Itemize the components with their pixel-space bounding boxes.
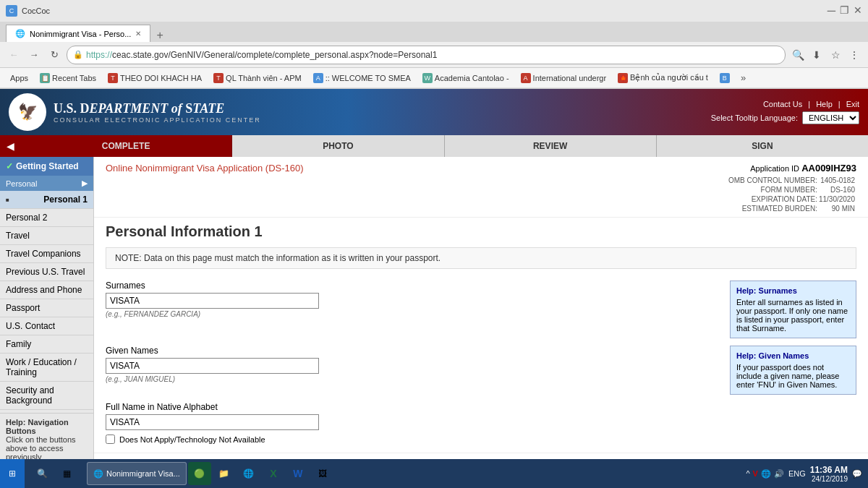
active-tab[interactable]: 🌐 Nonimmigrant Visa - Perso... ✕ <box>6 25 150 42</box>
tray-network[interactable]: 🌐 <box>761 469 771 479</box>
back-button[interactable]: ← <box>6 47 22 63</box>
bookmark-apps[interactable]: Apps <box>6 72 33 84</box>
reload-button[interactable]: ↻ <box>46 47 62 63</box>
menu-button[interactable]: ⋮ <box>846 47 862 63</box>
bookmarks-bar: Apps 📋 Recent Tabs T THEO DOI KHACH HA T… <box>0 68 868 88</box>
restore-button[interactable]: ❐ <box>840 4 849 17</box>
tab-sign[interactable]: SIGN <box>657 135 868 157</box>
sidebar-subsection-personal[interactable]: Personal ▶ <box>0 176 93 191</box>
taskbar-task-view-icon[interactable]: ▦ <box>55 462 78 485</box>
native-name-label: Full Name in Native Alphabet <box>106 402 856 412</box>
sidebar-security-label: Security and Background <box>6 385 88 406</box>
sidebar-personal-arrow: ▶ <box>82 179 88 188</box>
sidebar-item-security[interactable]: Security and Background <box>0 382 93 410</box>
bookmarks-more[interactable]: » <box>741 72 746 83</box>
title-bar: C CocCoc ─ ❐ ✕ <box>0 0 868 22</box>
window-controls[interactable]: ─ ❐ ✕ <box>827 4 862 17</box>
tab-photo[interactable]: PHOTO <box>232 135 444 157</box>
exp-row: EXPIRATION DATE: 11/30/2020 <box>728 195 855 203</box>
tab-review[interactable]: REVIEW <box>445 135 657 157</box>
bookmark-recent-tabs[interactable]: 📋 Recent Tabs <box>35 72 101 85</box>
taskbar-app-browser[interactable]: 🌐 Nonimmigrant Visa... <box>87 462 187 485</box>
burden-label: ESTIMATED BURDEN: <box>728 205 817 213</box>
taskbar-icon-green[interactable]: 🟢 <box>188 462 211 485</box>
gov-header-container: 🦅 U.S. DEPARTMENT of STATE CONSULAR ELEC… <box>0 89 868 135</box>
notification-icon[interactable]: 💬 <box>852 469 862 479</box>
help-surnames-box: Help: Surnames Enter all surnames as lis… <box>730 281 856 338</box>
sidebar-item-address[interactable]: Address and Phone <box>0 281 93 299</box>
contact-links: Contact Us | Help | Exit <box>763 100 859 108</box>
search-button[interactable]: 🔍 <box>790 47 806 63</box>
bookmark-benh[interactable]: B <box>715 72 736 85</box>
sidebar-item-prev-us-travel[interactable]: Previous U.S. Travel <box>0 263 93 281</box>
address-bar[interactable]: 🔒 https://ceac.state.gov/GenNIV/General/… <box>67 46 786 64</box>
tab-complete[interactable]: COMPLETE <box>20 135 232 157</box>
sidebar-item-work-education[interactable]: Work / Education / Training <box>0 354 93 382</box>
sys-tray: ^ V 🌐 🔊 <box>746 469 784 479</box>
start-icon: ⊞ <box>9 468 16 479</box>
taskbar-search-icon[interactable]: 🔍 <box>30 462 54 485</box>
benh-icon: B <box>720 73 730 83</box>
academia-icon: A <box>521 73 531 83</box>
minimize-button[interactable]: ─ <box>827 4 835 17</box>
bookmark-theo-doi-1[interactable]: T THEO DOI KHACH HA <box>103 72 206 85</box>
gov-header: 🦅 U.S. DEPARTMENT of STATE CONSULAR ELEC… <box>0 89 868 135</box>
sidebar-personal1-label: Personal 1 <box>43 194 88 205</box>
url-path: /GenNIV/General/complete/complete_person… <box>168 50 437 60</box>
does-not-apply-checkbox[interactable] <box>106 435 115 444</box>
lang-indicator[interactable]: ENG <box>788 469 806 478</box>
help-link[interactable]: Help <box>816 100 833 108</box>
tab-favicon: 🌐 <box>15 29 25 38</box>
exit-link[interactable]: Exit <box>846 100 859 108</box>
contact-link[interactable]: Contact Us <box>763 100 802 108</box>
start-button[interactable]: ⊞ <box>0 459 25 488</box>
browser-icon: C <box>6 5 17 17</box>
bookmark-star[interactable]: ☆ <box>827 47 843 63</box>
tray-volume[interactable]: 🔊 <box>774 469 784 479</box>
tab-close-button[interactable]: ✕ <box>135 30 141 38</box>
taskbar-icon-photo[interactable]: 🖼 <box>311 462 334 485</box>
sidebar-item-personal1[interactable]: Personal 1 <box>0 191 93 209</box>
app-title: Online Nonimmigrant Visa Application (DS… <box>106 163 304 174</box>
url-text: https://ceac.state.gov/GenNIV/General/co… <box>86 50 779 60</box>
check-icon: ✓ <box>6 161 13 171</box>
bookmark-apm[interactable]: A :: WELCOME TO SMEA <box>309 72 415 85</box>
given-names-input[interactable] <box>106 358 319 374</box>
tooltip-select[interactable]: ENGLISH <box>802 111 859 124</box>
sidebar-item-passport[interactable]: Passport <box>0 299 93 317</box>
lock-icon: 🔒 <box>73 50 83 59</box>
surnames-label: Surnames <box>106 281 718 291</box>
sidebar-item-travel[interactable]: Travel <box>0 227 93 245</box>
sidebar-item-us-contact[interactable]: U.S. Contact <box>0 317 93 335</box>
browser-chrome: C CocCoc ─ ❐ ✕ 🌐 Nonimmigrant Visa - Per… <box>0 0 868 89</box>
nav-arrow[interactable]: ◀ <box>0 135 20 157</box>
does-not-apply-label: Does Not Apply/Technology Not Available <box>119 435 265 444</box>
taskbar: ⊞ 🔍 ▦ 🌐 Nonimmigrant Visa... 🟢 📁 🌐 X W 🖼… <box>0 459 868 488</box>
sidebar-item-personal2[interactable]: Personal 2 <box>0 209 93 227</box>
help-given-title: Help: Given Names <box>736 351 850 360</box>
forward-button[interactable]: → <box>26 47 42 63</box>
exp-label: EXPIRATION DATE: <box>728 195 817 203</box>
help-nav-title: Help: Navigation Buttons <box>6 418 88 435</box>
exp-value: 11/30/2020 <box>819 195 855 203</box>
close-button[interactable]: ✕ <box>854 4 862 17</box>
bookmark-academia[interactable]: A International undergr <box>516 72 611 85</box>
sidebar-item-family[interactable]: Family <box>0 335 93 354</box>
taskbar-icon-excel[interactable]: X <box>262 462 285 485</box>
omb-row: OMB CONTROL NUMBER: 1405-0182 <box>728 176 855 184</box>
sidebar-passport-label: Passport <box>6 303 40 313</box>
native-name-input[interactable] <box>106 414 319 430</box>
taskbar-icon-folder[interactable]: 📁 <box>213 462 236 485</box>
sidebar-item-travel-companions[interactable]: Travel Companions <box>0 245 93 263</box>
tray-arrow[interactable]: ^ <box>746 469 749 478</box>
bookmark-smea[interactable]: W Academia Cantolao - <box>418 72 514 85</box>
smea-label: Academia Cantolao - <box>435 74 509 82</box>
bookmark-international[interactable]: 🍁 Bệnh của người cầu t <box>613 72 712 85</box>
surnames-input[interactable] <box>106 293 319 309</box>
taskbar-icon-chrome[interactable]: 🌐 <box>237 462 260 485</box>
bookmark-theo-doi-2[interactable]: T QL Thành viên - APM <box>209 72 306 85</box>
download-button[interactable]: ⬇ <box>809 47 825 63</box>
new-tab-button[interactable]: + <box>150 29 169 42</box>
tab-bar: 🌐 Nonimmigrant Visa - Perso... ✕ + <box>0 22 868 42</box>
taskbar-icon-word[interactable]: W <box>286 462 310 485</box>
